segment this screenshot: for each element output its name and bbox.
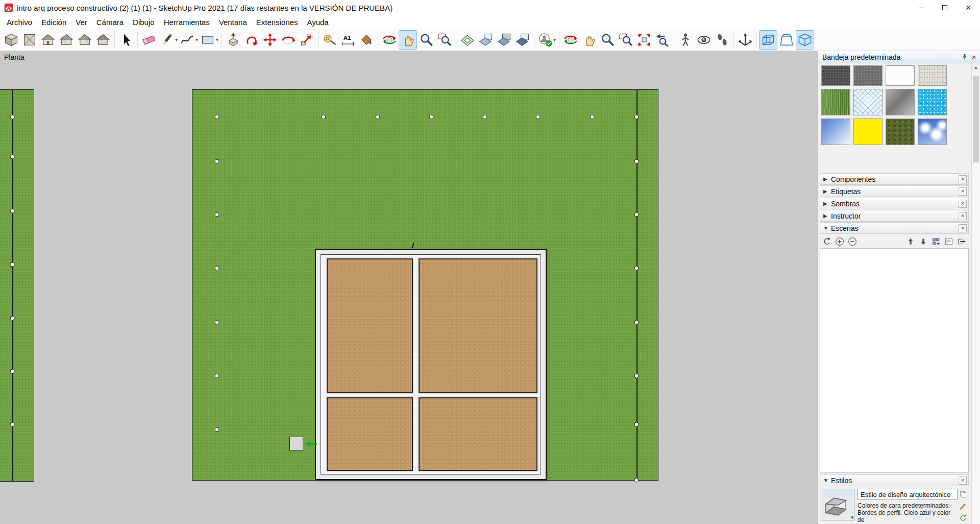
display-section-planes-tool[interactable] (477, 30, 495, 50)
view-top-tool[interactable] (20, 30, 39, 50)
follow-me-tool[interactable] (242, 30, 261, 50)
tape-measure-tool[interactable] (321, 30, 339, 50)
zoom-extents-tool[interactable] (635, 30, 653, 50)
add-scene-button[interactable] (835, 236, 845, 247)
section-sombras[interactable]: ▶Sombras× (820, 198, 969, 209)
menu-dibujo[interactable]: Dibujo (128, 16, 159, 28)
zoom-2-tool[interactable] (598, 30, 617, 50)
view-options-button[interactable] (931, 236, 941, 247)
paint-bucket-tool[interactable] (357, 30, 376, 50)
section-escenas[interactable]: ▼Escenas× (820, 222, 969, 234)
collapse-arrow-icon[interactable]: ▶ (823, 176, 831, 182)
view-back-tool[interactable] (94, 30, 112, 50)
style-thumbnail[interactable]: ▾ (821, 489, 854, 520)
freehand-tool[interactable]: ▾ (179, 30, 199, 50)
view-left-tool[interactable] (76, 30, 94, 50)
view-iso-tool[interactable] (2, 30, 20, 50)
zoom-window-2-tool[interactable] (617, 30, 635, 50)
material-swatch-sky[interactable] (918, 118, 947, 145)
menu-ventana[interactable]: Ventana (214, 16, 252, 28)
refresh-style-icon[interactable] (958, 513, 967, 522)
menu-archivo[interactable]: Archivo (2, 16, 37, 28)
section-etiquetas[interactable]: ▶Etiquetas× (820, 185, 969, 197)
walk-tool[interactable] (713, 30, 731, 50)
move-scene-up-button[interactable] (905, 236, 916, 247)
close-section-button[interactable]: × (959, 175, 967, 183)
update-scene-button[interactable] (822, 236, 832, 247)
material-swatch-glass-blue[interactable] (821, 118, 850, 145)
close-section-button[interactable]: × (959, 477, 967, 485)
remove-scene-button[interactable] (847, 236, 857, 247)
move-scene-down-button[interactable] (918, 236, 928, 247)
line-tool[interactable]: ▾ (158, 30, 179, 50)
close-section-button[interactable]: × (959, 200, 967, 208)
menu-ver[interactable]: Ver (71, 16, 92, 28)
position-camera-tool[interactable] (676, 30, 695, 50)
menu-edicion[interactable]: Edición (37, 16, 71, 28)
display-section-fill-tool[interactable] (513, 30, 532, 50)
push-pull-tool[interactable] (224, 30, 242, 50)
eraser-tool[interactable] (140, 30, 158, 50)
select-tool[interactable] (117, 30, 135, 50)
menu-herramientas[interactable]: Herramientas (159, 16, 214, 28)
menu-camara[interactable]: Cámara (92, 16, 128, 28)
close-button[interactable]: × (957, 0, 980, 15)
window-panel-4[interactable] (419, 397, 537, 471)
parallel-projection-tool[interactable] (759, 30, 777, 50)
pan-tool[interactable] (399, 30, 417, 50)
scenes-list[interactable] (820, 248, 969, 473)
previous-view-tool[interactable] (653, 30, 672, 50)
material-swatch-water-pool[interactable] (918, 89, 947, 115)
scale-tool[interactable] (298, 30, 316, 50)
terrain-strip-left[interactable] (0, 89, 34, 482)
dropdown-caret-icon[interactable]: ▾ (195, 37, 198, 42)
pan-2-tool[interactable] (580, 30, 598, 50)
axes-tool[interactable] (736, 30, 754, 50)
two-point-perspective-tool[interactable] (796, 30, 814, 50)
tray-scrollbar[interactable]: ▲ (971, 63, 980, 524)
collapse-arrow-icon[interactable]: ▼ (823, 225, 831, 231)
close-section-button[interactable]: × (959, 224, 967, 232)
style-name-field[interactable]: Estilo de diseño arquitectónico (857, 489, 958, 500)
move-tool[interactable] (261, 30, 279, 50)
minimize-button[interactable] (910, 0, 933, 15)
dropdown-caret-icon[interactable]: ▾ (175, 37, 178, 42)
collapse-arrow-icon[interactable]: ▶ (823, 188, 831, 194)
dropdown-caret-icon[interactable]: ▾ (216, 37, 218, 42)
display-section-cuts-tool[interactable] (495, 30, 513, 50)
window-panel-1[interactable] (327, 258, 413, 393)
menu-extensiones[interactable]: Extensiones (252, 16, 303, 28)
section-componentes[interactable]: ▶Componentes× (820, 173, 969, 185)
orbit-2-tool[interactable] (561, 30, 580, 50)
material-swatch-color-yellow[interactable] (853, 118, 883, 145)
zoom-tool[interactable] (417, 30, 435, 50)
move-target-square[interactable] (289, 437, 303, 450)
rectangle-tool[interactable]: ▾ (199, 30, 219, 50)
maximize-button[interactable] (933, 0, 957, 15)
view-right-tool[interactable] (57, 30, 76, 50)
scroll-up-button[interactable]: ▲ (972, 63, 980, 72)
collapse-arrow-icon[interactable]: ▶ (823, 201, 831, 206)
material-swatch-water-light[interactable] (853, 89, 883, 115)
zoom-window-tool[interactable] (435, 30, 454, 50)
orbit-tool[interactable] (380, 30, 399, 50)
collapse-arrow-icon[interactable]: ▶ (823, 213, 831, 219)
secondary-pane-icon[interactable] (959, 490, 968, 499)
collapse-arrow-icon[interactable]: ▼ (823, 478, 831, 483)
section-estilos[interactable]: ▼ Estilos × (820, 474, 969, 486)
close-section-button[interactable]: × (959, 187, 967, 196)
window-panel-3[interactable] (327, 397, 413, 471)
edit-style-icon[interactable] (958, 502, 967, 511)
view-front-tool[interactable] (39, 30, 57, 50)
rotate-tool[interactable] (279, 30, 298, 50)
dropdown-caret-icon[interactable]: ▾ (553, 37, 556, 42)
material-swatch-white[interactable] (886, 65, 915, 86)
scroll-thumb[interactable] (973, 76, 979, 162)
material-swatch-grass-tall[interactable] (821, 89, 850, 115)
close-section-button[interactable]: × (959, 212, 967, 220)
account-tool[interactable]: ▾ (536, 30, 557, 50)
material-swatch-asphalt-dark[interactable] (821, 65, 850, 86)
close-tray-button[interactable]: × (969, 53, 978, 61)
material-swatch-aggregate-light[interactable] (918, 65, 947, 86)
material-swatch-vegetation-dark[interactable] (886, 118, 915, 145)
